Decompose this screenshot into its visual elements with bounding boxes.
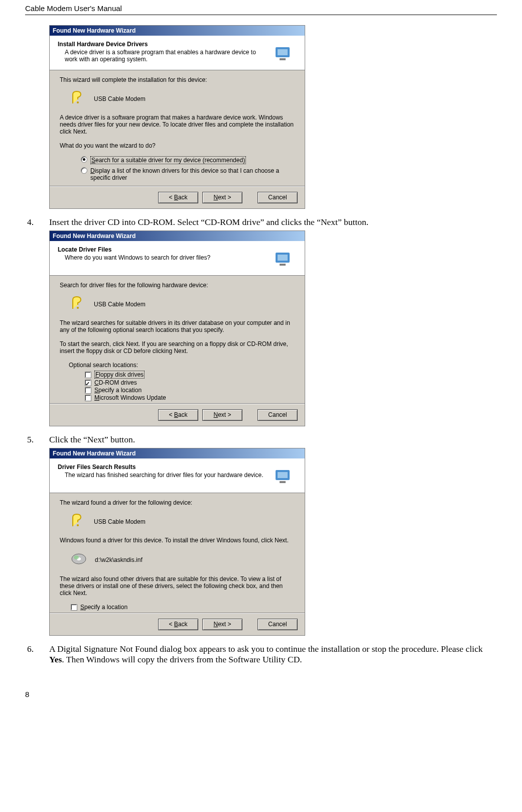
next-button[interactable]: Next > [202, 619, 242, 630]
options-label: Optional search locations: [60, 362, 295, 369]
checkbox-specify[interactable] [71, 604, 77, 611]
step-number: 4. [25, 217, 49, 227]
dialog-heading: Locate Driver Files [58, 246, 268, 253]
dialog-heading: Driver Files Search Results [58, 463, 268, 471]
question-icon [71, 296, 86, 312]
dialog-titlebar: Found New Hardware Wizard [50, 26, 305, 36]
wizard-text: To start the search, click Next. If you … [60, 340, 295, 355]
dialog-titlebar: Found New Hardware Wizard [50, 231, 305, 241]
wizard-banner-icon [271, 41, 297, 64]
svg-rect-10 [280, 481, 286, 483]
wizard-banner-icon [271, 246, 297, 269]
question-icon [71, 90, 86, 107]
wizard-text: A device driver is a software program th… [60, 114, 295, 135]
step-number: 6. [25, 644, 49, 665]
cancel-button[interactable]: Cancel [257, 619, 298, 630]
svg-point-11 [77, 524, 79, 526]
wizard-question: What do you want the wizard to do? [60, 142, 295, 149]
document-header: Cable Modem User's Manual [25, 0, 497, 15]
cd-icon [71, 551, 87, 568]
checkbox-label: Specify a location [94, 387, 142, 394]
checkbox-label: Floppy disk drives [94, 371, 145, 379]
wizard-text: The wizard also found other drivers that… [60, 575, 295, 597]
svg-point-3 [77, 101, 79, 103]
checkbox-label: Microsoft Windows Update [94, 394, 166, 401]
dialog-subheading: A device driver is a software program th… [58, 49, 268, 63]
checkbox-windows-update[interactable] [85, 395, 91, 401]
checkbox-label: CD-ROM drives [94, 379, 137, 386]
svg-rect-5 [278, 255, 288, 261]
svg-rect-2 [280, 58, 286, 60]
device-name: USB Cable Modem [94, 95, 146, 102]
wizard-banner-icon [271, 463, 297, 487]
svg-rect-9 [278, 472, 288, 478]
radio-display-list[interactable] [81, 167, 87, 174]
page-number: 8 [25, 690, 497, 699]
radio-label: Search for a suitable driver for my devi… [90, 156, 246, 164]
next-button[interactable]: Next > [202, 409, 242, 421]
cancel-button[interactable]: Cancel [257, 409, 298, 421]
radio-label: Display a list of the known drivers for … [90, 167, 295, 181]
checkbox-label: Specify a location [80, 604, 127, 611]
svg-point-7 [77, 307, 79, 309]
wizard-text: The wizard found a driver for the follow… [60, 499, 295, 506]
back-button[interactable]: < Back [158, 409, 198, 421]
cancel-button[interactable]: Cancel [257, 192, 298, 203]
back-button[interactable]: < Back [158, 619, 198, 630]
dialog-subheading: The wizard has finished searching for dr… [58, 472, 268, 479]
checkbox-cdrom[interactable]: ✓ [85, 380, 91, 386]
step-text: Insert the driver CD into CD-ROM. Select… [49, 217, 497, 227]
wizard-dialog-install-drivers: Found New Hardware Wizard Install Hardwa… [49, 25, 305, 209]
radio-search-driver[interactable] [81, 156, 87, 163]
dialog-subheading: Where do you want Windows to search for … [58, 254, 268, 261]
dialog-titlebar: Found New Hardware Wizard [50, 448, 305, 458]
device-name: USB Cable Modem [94, 301, 146, 308]
next-button[interactable]: Next > [202, 192, 242, 203]
wizard-text: This wizard will complete the installati… [60, 76, 295, 83]
step-number: 5. [25, 434, 49, 445]
step-text: Click the “Next” button. [49, 434, 497, 445]
driver-path: d:\w2k\askndis.inf [95, 556, 143, 563]
step-text: A Digital Signature Not Found dialog box… [49, 644, 497, 665]
checkbox-specify[interactable] [85, 387, 91, 394]
wizard-text: Search for driver files for the followin… [60, 282, 295, 289]
wizard-text: Windows found a driver for this device. … [60, 537, 295, 544]
svg-rect-6 [280, 264, 286, 266]
dialog-heading: Install Hardware Device Drivers [58, 41, 268, 48]
device-name: USB Cable Modem [94, 518, 146, 525]
wizard-text: The wizard searches for suitable drivers… [60, 319, 295, 333]
wizard-dialog-search-results: Found New Hardware Wizard Driver Files S… [49, 448, 305, 636]
back-button[interactable]: < Back [158, 192, 198, 203]
checkbox-floppy[interactable] [85, 372, 91, 378]
svg-rect-1 [278, 49, 288, 55]
svg-point-14 [74, 555, 79, 559]
wizard-dialog-locate-files: Found New Hardware Wizard Locate Driver … [49, 230, 305, 426]
question-icon [71, 513, 86, 530]
